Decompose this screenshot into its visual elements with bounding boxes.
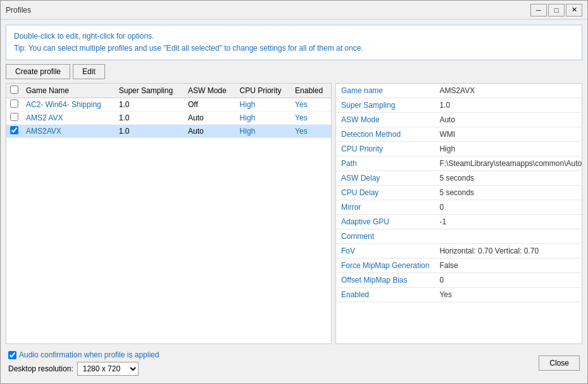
- title-buttons: ─ □ ✕: [530, 4, 582, 16]
- detail-value: 1.0: [434, 98, 582, 113]
- detail-row: CPU Delay5 seconds: [336, 186, 582, 200]
- footer: Audio confirmation when profile is appli…: [6, 348, 582, 378]
- super-sampling-cell: 1.0: [115, 125, 184, 138]
- detail-value: Yes: [434, 288, 582, 302]
- detail-row: Comment: [336, 229, 582, 244]
- resolution-select[interactable]: 1280 x 7201920 x 10802560 x 1440: [77, 362, 139, 376]
- enabled-cell: Yes: [291, 112, 331, 125]
- table-row[interactable]: AMS2AVX1.0AutoHighYes: [6, 125, 331, 138]
- resolution-label: Desktop resolution:: [8, 364, 73, 373]
- detail-value: [434, 229, 582, 244]
- window-title: Profiles: [6, 6, 31, 15]
- detail-key: Detection Method: [336, 127, 434, 142]
- super-sampling-cell: 1.0: [115, 98, 184, 112]
- row-checkbox[interactable]: [10, 99, 18, 108]
- detail-key: FoV: [336, 244, 434, 259]
- detail-row: Mirror0: [336, 200, 582, 215]
- detail-row: Force MipMap GenerationFalse: [336, 259, 582, 273]
- detail-key: Force MipMap Generation: [336, 259, 434, 273]
- detail-value: 5 seconds: [434, 186, 582, 200]
- info-line1: Double-click to edit, right-click for op…: [14, 30, 574, 42]
- detail-value: Horizontal: 0.70 Vertical: 0.70: [434, 244, 582, 259]
- detail-value: 0: [434, 273, 582, 288]
- super-sampling-cell: 1.0: [115, 112, 184, 125]
- detail-row: EnabledYes: [336, 288, 582, 302]
- game-name-cell: AMS2 AVX: [22, 112, 115, 125]
- close-button[interactable]: Close: [539, 355, 580, 371]
- detail-value: F:\SteamLibrary\steamapps\common\Automob: [434, 157, 582, 171]
- enabled-cell: Yes: [291, 125, 331, 138]
- detail-key: ASW Mode: [336, 113, 434, 127]
- detail-key: CPU Delay: [336, 186, 434, 200]
- profiles-table-container[interactable]: Game Name Super Sampling ASW Mode CPU Pr…: [6, 83, 332, 344]
- detail-key: Comment: [336, 229, 434, 244]
- asw-mode-cell: Off: [184, 98, 236, 112]
- detail-row: CPU PriorityHigh: [336, 142, 582, 157]
- select-all-checkbox[interactable]: [10, 86, 18, 94]
- asw-mode-cell: Auto: [184, 112, 236, 125]
- enabled-cell: Yes: [291, 98, 331, 112]
- detail-key: Game name: [336, 84, 434, 98]
- detail-value: WMI: [434, 127, 582, 142]
- detail-key: Mirror: [336, 200, 434, 215]
- col-header-enabled: Enabled: [291, 84, 331, 98]
- audio-confirmation-label: Audio confirmation when profile is appli…: [19, 350, 159, 359]
- create-profile-button[interactable]: Create profile: [6, 64, 70, 79]
- title-bar: Profiles ─ □ ✕: [1, 1, 587, 20]
- main-area: Game Name Super Sampling ASW Mode CPU Pr…: [6, 83, 582, 344]
- cpu-priority-cell: High: [236, 112, 292, 125]
- maximize-button[interactable]: □: [548, 4, 565, 16]
- detail-row: ASW ModeAuto: [336, 113, 582, 127]
- table-row[interactable]: AMS2 AVX1.0AutoHighYes: [6, 112, 331, 125]
- info-box: Double-click to edit, right-click for op…: [6, 25, 582, 60]
- detail-value: Auto: [434, 113, 582, 127]
- cpu-priority-cell: High: [236, 125, 292, 138]
- audio-check-row: Audio confirmation when profile is appli…: [8, 350, 159, 359]
- audio-confirmation-checkbox[interactable]: [8, 351, 16, 359]
- edit-button[interactable]: Edit: [73, 64, 105, 79]
- detail-row: Super Sampling1.0: [336, 98, 582, 113]
- detail-key: Enabled: [336, 288, 434, 302]
- detail-value: 5 seconds: [434, 171, 582, 186]
- detail-value: False: [434, 259, 582, 273]
- window-close-button[interactable]: ✕: [566, 4, 582, 16]
- game-name-cell: AMS2AVX: [22, 125, 115, 138]
- minimize-button[interactable]: ─: [530, 4, 547, 16]
- detail-key: Super Sampling: [336, 98, 434, 113]
- detail-key: Offset MipMap Bias: [336, 273, 434, 288]
- detail-value: -1: [434, 215, 582, 229]
- info-line2: Tip: You can select multiple profiles an…: [14, 42, 574, 54]
- col-header-game-name: Game Name: [22, 84, 115, 98]
- col-header-super-sampling: Super Sampling: [115, 84, 184, 98]
- row-checkbox[interactable]: [10, 113, 18, 121]
- toolbar: Create profile Edit: [6, 64, 582, 79]
- table-row[interactable]: AC2- Win64- Shipping1.0OffHighYes: [6, 98, 331, 112]
- detail-row: PathF:\SteamLibrary\steamapps\common\Aut…: [336, 157, 582, 171]
- details-panel: Game nameAMS2AVXSuper Sampling1.0ASW Mod…: [335, 83, 582, 344]
- detail-key: Path: [336, 157, 434, 171]
- detail-key: Adaptive GPU: [336, 215, 434, 229]
- detail-row: FoVHorizontal: 0.70 Vertical: 0.70: [336, 244, 582, 259]
- asw-mode-cell: Auto: [184, 125, 236, 138]
- detail-row: Detection MethodWMI: [336, 127, 582, 142]
- detail-value: High: [434, 142, 582, 157]
- detail-key: ASW Delay: [336, 171, 434, 186]
- table-header-row: Game Name Super Sampling ASW Mode CPU Pr…: [6, 84, 331, 98]
- row-checkbox[interactable]: [10, 126, 18, 134]
- detail-key: CPU Priority: [336, 142, 434, 157]
- detail-row: ASW Delay5 seconds: [336, 171, 582, 186]
- profiles-table: Game Name Super Sampling ASW Mode CPU Pr…: [6, 84, 331, 138]
- details-table: Game nameAMS2AVXSuper Sampling1.0ASW Mod…: [336, 84, 582, 302]
- main-window: Profiles ─ □ ✕ Double-click to edit, rig…: [0, 0, 588, 384]
- footer-left: Audio confirmation when profile is appli…: [8, 350, 159, 376]
- content-area: Double-click to edit, right-click for op…: [1, 20, 587, 383]
- resolution-row: Desktop resolution: 1280 x 7201920 x 108…: [8, 362, 159, 376]
- detail-value: AMS2AVX: [434, 84, 582, 98]
- detail-row: Game nameAMS2AVX: [336, 84, 582, 98]
- col-header-asw-mode: ASW Mode: [184, 84, 236, 98]
- game-name-cell: AC2- Win64- Shipping: [22, 98, 115, 112]
- detail-row: Adaptive GPU-1: [336, 215, 582, 229]
- detail-value: 0: [434, 200, 582, 215]
- col-header-checkbox: [6, 84, 22, 98]
- detail-row: Offset MipMap Bias0: [336, 273, 582, 288]
